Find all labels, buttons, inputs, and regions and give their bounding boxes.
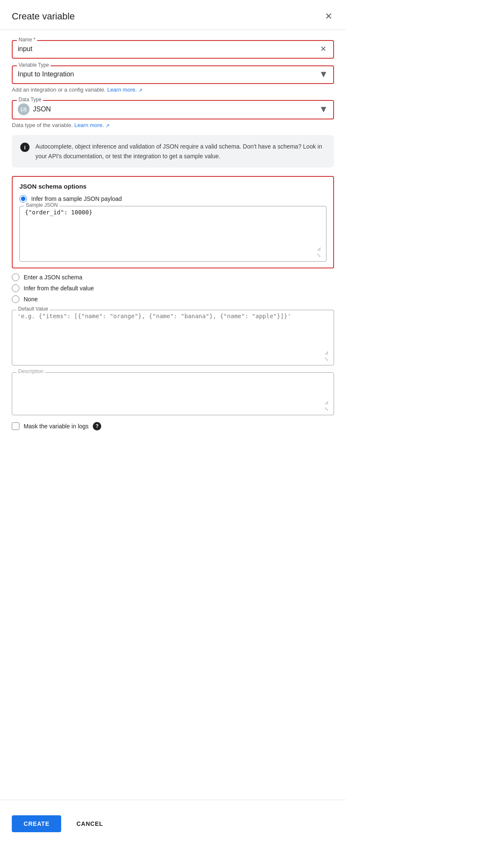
info-icon: i [20, 143, 30, 152]
mask-help-icon[interactable]: ? [93, 422, 101, 430]
variable-type-section: Variable Type Input to Integration ▼ Add… [12, 65, 334, 93]
resize-handle: ⤡ [25, 253, 321, 258]
external-link-icon-2: ↗ [105, 122, 110, 128]
radio-none[interactable]: None [12, 295, 334, 303]
dialog-title: Create variable [12, 11, 75, 22]
json-schema-title: JSON schema options [19, 183, 326, 190]
data-type-learn-more-link[interactable]: Learn more. ↗ [74, 122, 110, 128]
default-value-textarea[interactable] [17, 313, 329, 355]
dialog-header: Create variable ✕ [0, 0, 346, 30]
description-textarea[interactable] [17, 375, 329, 405]
sample-json-textarea[interactable]: {"order_id": 10000} [25, 209, 321, 251]
data-type-dropdown-icon[interactable]: ▼ [319, 104, 328, 115]
data-type-helper: Data type of the variable. Learn more. ↗ [12, 122, 334, 129]
variable-type-helper: Add an integration or a config variable.… [12, 87, 334, 93]
radio-infer-sample-label: Infer from a sample JSON payload [31, 195, 122, 202]
radio-infer-default[interactable]: Infer from the default value [12, 284, 334, 292]
radio-enter-schema-label: Enter a JSON schema [24, 274, 82, 281]
mask-checkbox[interactable] [12, 422, 19, 430]
name-clear-button[interactable]: ✕ [318, 44, 328, 54]
name-label: Name * [17, 37, 37, 43]
footer-divider [0, 800, 346, 800]
external-link-icon: ↗ [138, 87, 143, 93]
variable-type-field-row: Input to Integration ▼ [18, 69, 328, 80]
close-button[interactable]: ✕ [323, 10, 334, 23]
radio-enter-schema-input[interactable] [12, 273, 19, 281]
variable-type-value: Input to Integration [18, 69, 319, 80]
name-input[interactable] [18, 43, 318, 54]
variable-type-field-wrapper: Variable Type Input to Integration ▼ [12, 65, 334, 84]
json-schema-section: JSON schema options Infer from a sample … [12, 176, 334, 268]
default-value-resize-handle: ⤡ [17, 357, 329, 362]
data-type-field-wrapper: Data Type {J} JSON ▼ [12, 100, 334, 119]
create-variable-dialog: Create variable ✕ Name * ✕ Variable Type… [0, 0, 346, 844]
name-field-wrapper: Name * ✕ [12, 40, 334, 59]
radio-none-label: None [24, 296, 38, 303]
dialog-body: Name * ✕ Variable Type Input to Integrat… [0, 30, 346, 800]
description-wrapper: Description ⤡ [12, 372, 334, 415]
mask-row: Mask the variable in logs ? [12, 422, 334, 430]
description-label: Description [16, 368, 45, 374]
name-field-row: ✕ [18, 43, 328, 54]
data-type-label: Data Type [17, 97, 43, 103]
dialog-footer: CREATE CANCEL [0, 809, 346, 844]
name-section: Name * ✕ [12, 40, 334, 59]
variable-type-label: Variable Type [17, 62, 51, 68]
cancel-button[interactable]: CANCEL [68, 815, 111, 832]
json-badge: {J} [18, 103, 30, 115]
create-button[interactable]: CREATE [12, 815, 61, 832]
radio-infer-default-input[interactable] [12, 284, 19, 292]
radio-none-input[interactable] [12, 295, 19, 303]
sample-json-wrapper: Sample JSON {"order_id": 10000} ⤡ [19, 206, 326, 262]
data-type-section: Data Type {J} JSON ▼ Data type of the va… [12, 100, 334, 129]
info-box: i Autocomplete, object inference and val… [12, 135, 334, 168]
sample-json-label: Sample JSON [24, 202, 59, 208]
info-text: Autocomplete, object inference and valid… [35, 142, 326, 161]
radio-infer-sample-input[interactable] [19, 195, 27, 203]
mask-label: Mask the variable in logs [24, 423, 89, 430]
variable-type-dropdown-icon[interactable]: ▼ [319, 69, 328, 80]
radio-infer-sample[interactable]: Infer from a sample JSON payload [19, 195, 326, 203]
description-resize-handle: ⤡ [17, 406, 329, 411]
radio-enter-schema[interactable]: Enter a JSON schema [12, 273, 334, 281]
data-type-value: JSON [33, 104, 315, 115]
radio-infer-default-label: Infer from the default value [24, 285, 94, 292]
variable-type-learn-more-link[interactable]: Learn more. ↗ [107, 87, 143, 93]
data-type-field-row: {J} JSON ▼ [18, 103, 328, 115]
default-value-label: Default Value [16, 306, 50, 312]
default-value-wrapper: Default Value ⤡ [12, 310, 334, 365]
